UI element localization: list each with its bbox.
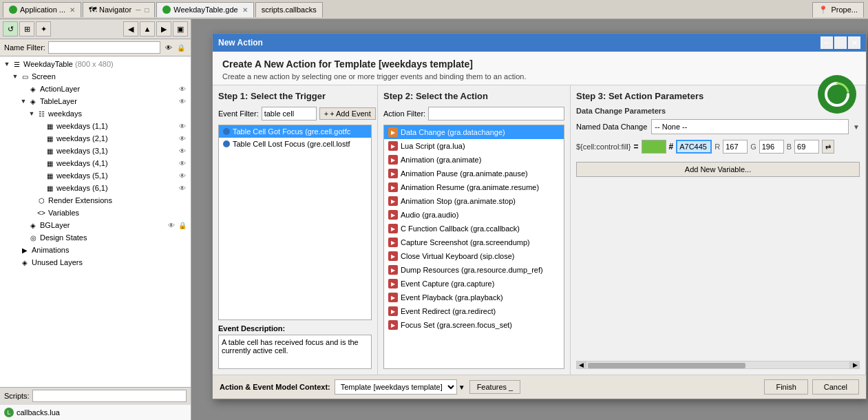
named-data-select[interactable]: -- None -- [651, 119, 849, 134]
tree-item-weekdays51[interactable]: ▦ weekdays (5,1) 👁 [0, 169, 191, 182]
animations-icon: ▶ [19, 244, 30, 255]
tree-item-animations[interactable]: ▶ Animations [0, 244, 191, 256]
tree-item-weekdays61[interactable]: ▦ weekdays (6,1) 👁 [0, 182, 191, 194]
cell31-eye[interactable]: 👁 [177, 145, 188, 156]
step3-scroll-row: ◀ ▶ [576, 361, 860, 369]
tab-application-close[interactable]: ✕ [70, 6, 75, 14]
toolbar-right-btn[interactable]: ▶ [156, 21, 171, 36]
tree-item-unusedlayers[interactable]: ◈ Unused Layers [0, 256, 191, 269]
tree-item-bglayer[interactable]: ◈ BGLayer 👁 🔒 [0, 219, 191, 231]
modal-minimize-btn[interactable]: ─ [821, 36, 833, 49]
scripts-input[interactable] [32, 390, 187, 402]
tab-weekday-close[interactable]: ✕ [242, 6, 248, 14]
r-input[interactable] [723, 140, 748, 154]
expand-tablelayer[interactable]: ▼ [19, 97, 28, 105]
action-label-animationstop: Animation Stop (gra.animate.stop) [401, 197, 516, 205]
cell61-eye[interactable]: 👁 [177, 182, 188, 193]
action-item-animationpause[interactable]: ▶ Animation Pause (gra.animate.pause) [384, 167, 564, 180]
color-swatch[interactable] [642, 140, 666, 154]
tree-item-weekdays[interactable]: ▼ ☷ weekdays [0, 107, 191, 120]
action-item-animation[interactable]: ▶ Animation (gra.animate) [384, 153, 564, 167]
tree-item-actionlayer[interactable]: ◈ ActionLayer 👁 [0, 83, 191, 95]
tree-item-renderext[interactable]: ⬡ Render Extensions [0, 194, 191, 207]
add-event-button[interactable]: + + Add Event [319, 107, 376, 120]
action-item-capture[interactable]: ▶ Event Capture (gra.capture) [384, 277, 564, 291]
action-item-screendump[interactable]: ▶ Capture Screenshot (gra.screendump) [384, 235, 564, 249]
modal-close-btn[interactable]: ✕ [848, 36, 860, 49]
g-input[interactable] [759, 140, 784, 154]
finish-button[interactable]: Finish [764, 379, 807, 395]
expand-weekdaytable[interactable]: ▼ [3, 60, 11, 68]
expand-screen[interactable]: ▼ [11, 72, 19, 81]
toolbar-settings-btn[interactable]: ▣ [173, 21, 188, 36]
action-item-datachange[interactable]: ▶ Data Change (gra.datachange) [384, 125, 564, 139]
lua-icon: L [4, 408, 14, 417]
tab-properties[interactable]: 📍 Prope... [812, 2, 864, 17]
toolbar-left-btn[interactable]: ◀ [123, 21, 138, 36]
action-filter-input[interactable] [428, 107, 564, 120]
eye-toggle-icon[interactable]: 👁 [163, 42, 174, 53]
cancel-button[interactable]: Cancel [812, 379, 859, 395]
add-variable-label: Add New Variable... [685, 165, 751, 174]
tree-item-screen[interactable]: ▼ ▭ Screen [0, 70, 191, 83]
scripts-list-item-callbacks[interactable]: L callbacks.lua [4, 406, 187, 419]
toolbar-wand-btn[interactable]: ✦ [36, 21, 51, 36]
tab-weekday[interactable]: WeekdayTable.gde ✕ [156, 2, 253, 17]
add-variable-button[interactable]: Add New Variable... [576, 162, 860, 177]
tab-navigator-close[interactable]: ─ [136, 6, 140, 14]
toolbar-grid-btn[interactable]: ⊞ [19, 21, 34, 36]
bglayer-eye[interactable]: 👁 [166, 220, 177, 231]
toolbar-up-btn[interactable]: ▲ [140, 21, 155, 36]
name-filter-input[interactable] [48, 41, 160, 54]
cell11-eye[interactable]: 👁 [177, 120, 188, 132]
cell41-eye[interactable]: 👁 [177, 158, 188, 169]
tree-item-weekdays21[interactable]: ▦ weekdays (2,1) 👁 [0, 132, 191, 145]
lock-toggle-icon[interactable]: 🔒 [176, 42, 187, 53]
features-button[interactable]: Features _ [469, 380, 521, 394]
action-item-audio[interactable]: ▶ Audio (gra.audio) [384, 208, 564, 222]
action-item-animationstop[interactable]: ▶ Animation Stop (gra.animate.stop) [384, 194, 564, 208]
tab-application[interactable]: Application ... ✕ [3, 2, 81, 17]
features-label: Features _ [477, 383, 514, 391]
formula-row: ${cell:control:fill} = # R G B ⇄ [576, 140, 860, 154]
context-select[interactable]: Template [weekdays template] [335, 379, 457, 395]
step3-scroll-right[interactable]: ▶ [850, 361, 860, 369]
expand-weekdays[interactable]: ▼ [28, 109, 36, 118]
tab-scripts[interactable]: scripts.callbacks [255, 2, 323, 17]
tab-scripts-label: scripts.callbacks [262, 6, 317, 14]
tab-navigator[interactable]: 🗺 Navigator ─ □ [83, 2, 155, 17]
tree-item-weekdays31[interactable]: ▦ weekdays (3,1) 👁 [0, 145, 191, 157]
toolbar-refresh-btn[interactable]: ↺ [3, 21, 18, 36]
event-item-gotfc[interactable]: Table Cell Got Focus (gre.cell.gotfc [219, 125, 371, 138]
action-item-animationresume[interactable]: ▶ Animation Resume (gra.animate.resume) [384, 180, 564, 194]
cell51-eye[interactable]: 👁 [177, 170, 188, 181]
scripts-label: Scripts: [4, 392, 30, 400]
action-item-sipclose[interactable]: ▶ Close Virtual Keyboard (sip.close) [384, 249, 564, 263]
action-item-dumpresources[interactable]: ▶ Dump Resources (gra.resource.dump_ref) [384, 263, 564, 277]
tree-item-tablelayer[interactable]: ▼ ◈ TableLayer 👁 [0, 95, 191, 107]
hex-input[interactable] [676, 140, 712, 154]
action-item-focusset[interactable]: ▶ Focus Set (gra.screen.focus_set) [384, 318, 564, 332]
b-input[interactable] [794, 140, 819, 154]
action-item-lua[interactable]: ▶ Lua Script (gra.lua) [384, 139, 564, 153]
tree-item-weekdaytable[interactable]: ▼ ☰ WeekdayTable (800 x 480) [0, 58, 191, 70]
action-item-playback[interactable]: ▶ Event Playback (gra.playback) [384, 291, 564, 304]
cell21-eye[interactable]: 👁 [177, 133, 188, 144]
step3-scroll-left[interactable]: ◀ [576, 361, 586, 369]
tree-item-weekdays11[interactable]: ▦ weekdays (1,1) 👁 [0, 120, 191, 132]
step3-horiz-thumb[interactable] [588, 363, 745, 368]
tree-item-designstates[interactable]: ◎ Design States [0, 231, 191, 244]
modal-maximize-btn[interactable]: □ [834, 36, 847, 49]
action-item-redirect[interactable]: ▶ Event Redirect (gra.redirect) [384, 304, 564, 318]
bglayer-lock[interactable]: 🔒 [177, 220, 188, 231]
tree-item-weekdays41[interactable]: ▦ weekdays (4,1) 👁 [0, 157, 191, 169]
event-item-lostf[interactable]: Table Cell Lost Focus (gre.cell.lostf [219, 138, 371, 150]
expand-actionlayer[interactable] [19, 85, 28, 93]
tablelayer-eye[interactable]: 👁 [177, 96, 188, 107]
action-item-ccallback[interactable]: ▶ C Function Callback (gra.ccallback) [384, 222, 564, 235]
tab-navigator-max[interactable]: □ [145, 6, 149, 14]
event-filter-input[interactable] [262, 107, 317, 120]
actionlayer-eye[interactable]: 👁 [177, 83, 188, 94]
tree-item-variables[interactable]: <> Variables [0, 207, 191, 219]
arrows-btn[interactable]: ⇄ [822, 140, 834, 154]
